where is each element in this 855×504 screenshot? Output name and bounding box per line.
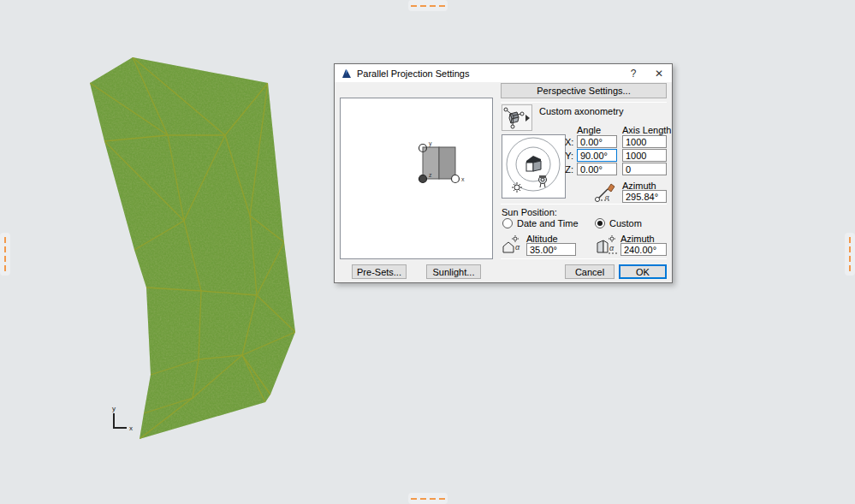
sun-azimuth-input[interactable] bbox=[620, 243, 667, 256]
svg-text:x: x bbox=[129, 424, 133, 432]
z-axis-length-input[interactable] bbox=[622, 163, 667, 175]
y-axis-length-input[interactable] bbox=[622, 149, 667, 162]
dash-icon bbox=[430, 498, 436, 500]
view-origin-axis-icon: y x bbox=[106, 404, 135, 433]
camera-icon[interactable] bbox=[539, 175, 547, 187]
sunlight-button[interactable]: Sunlight... bbox=[426, 264, 481, 279]
house-icon bbox=[526, 156, 541, 171]
parallel-projection-settings-dialog: Parallel Projection Settings ? ✕ y z x P… bbox=[334, 63, 673, 283]
dash-icon bbox=[420, 498, 426, 500]
axonometry-cube-icon bbox=[502, 107, 525, 129]
radio-date-and-time[interactable]: Date and Time bbox=[502, 218, 579, 228]
radio-icon[interactable] bbox=[595, 218, 605, 228]
svg-text:x: x bbox=[461, 176, 465, 182]
dialog-titlebar[interactable]: Parallel Projection Settings ? ✕ bbox=[335, 64, 672, 82]
dash-icon bbox=[439, 498, 445, 500]
dash-icon bbox=[849, 265, 851, 271]
angle-column-header: Angle bbox=[577, 125, 601, 135]
sun-azimuth-icon: α bbox=[595, 234, 619, 255]
pan-marker-bottom[interactable] bbox=[408, 493, 448, 504]
presets-button[interactable]: Pre-Sets... bbox=[352, 264, 407, 279]
separator bbox=[501, 102, 667, 103]
dash-icon bbox=[849, 246, 851, 252]
camera-azimuth-input[interactable] bbox=[622, 190, 667, 203]
altitude-input[interactable] bbox=[526, 243, 576, 256]
app-icon bbox=[341, 68, 352, 79]
sun-icon[interactable] bbox=[512, 182, 522, 193]
radio-date-and-time-label: Date and Time bbox=[517, 218, 579, 228]
x-axis-handle bbox=[452, 175, 460, 183]
x-axis-length-input[interactable] bbox=[622, 135, 667, 148]
svg-text:y: y bbox=[429, 140, 432, 147]
separator bbox=[501, 258, 667, 259]
y-angle-input[interactable] bbox=[577, 149, 617, 162]
dash-icon bbox=[849, 256, 851, 262]
radio-custom[interactable]: Custom bbox=[595, 218, 642, 228]
close-icon[interactable]: ✕ bbox=[646, 64, 672, 82]
cancel-button[interactable]: Cancel bbox=[565, 264, 615, 279]
help-icon[interactable]: ? bbox=[620, 64, 646, 82]
dash-icon bbox=[430, 5, 436, 7]
terrain-mesh bbox=[0, 0, 342, 479]
camera-azimuth-icon: α bbox=[594, 181, 620, 202]
z-angle-input[interactable] bbox=[577, 163, 617, 175]
svg-text:z: z bbox=[429, 172, 432, 178]
svg-text:α: α bbox=[515, 243, 520, 252]
x-axis-row-label: X: bbox=[565, 137, 573, 147]
perspective-settings-button[interactable]: Perspective Settings... bbox=[501, 83, 667, 98]
dash-icon bbox=[411, 498, 417, 500]
dash-icon bbox=[4, 246, 6, 252]
sun-position-label: Sun Position: bbox=[502, 207, 557, 217]
z-axis-handle bbox=[419, 175, 427, 183]
axonometry-type-button[interactable] bbox=[502, 104, 532, 131]
svg-text:y: y bbox=[112, 405, 116, 412]
dash-icon bbox=[4, 237, 6, 243]
projection-preview-panel[interactable]: y z x bbox=[340, 98, 493, 259]
dropdown-arrow-icon bbox=[525, 115, 531, 122]
dash-icon bbox=[411, 5, 417, 7]
projection-type-label: Custom axonometry bbox=[539, 106, 623, 116]
ok-button[interactable]: OK bbox=[619, 264, 667, 279]
dash-icon bbox=[4, 265, 6, 271]
pan-marker-right[interactable] bbox=[845, 233, 855, 276]
projection-preview-cube: y z x bbox=[341, 98, 492, 258]
dash-icon bbox=[4, 256, 6, 262]
y-axis-row-label: Y: bbox=[565, 151, 573, 161]
radio-custom-label: Custom bbox=[609, 218, 642, 228]
radio-icon[interactable] bbox=[502, 218, 513, 228]
sun-altitude-icon: α bbox=[501, 234, 525, 255]
separator bbox=[501, 204, 667, 205]
dialog-title: Parallel Projection Settings bbox=[357, 68, 469, 79]
pan-marker-top[interactable] bbox=[408, 0, 448, 11]
pan-marker-left[interactable] bbox=[0, 233, 10, 276]
svg-text:α: α bbox=[605, 193, 609, 201]
dash-icon bbox=[420, 5, 426, 7]
x-angle-input[interactable] bbox=[577, 135, 617, 148]
dash-icon bbox=[849, 237, 851, 243]
camera-compass-panel[interactable] bbox=[502, 134, 566, 199]
svg-text:α: α bbox=[609, 244, 615, 252]
z-axis-row-label: Z: bbox=[565, 164, 573, 175]
dash-icon bbox=[439, 5, 445, 7]
axis-length-column-header: Axis Length bbox=[622, 125, 671, 135]
